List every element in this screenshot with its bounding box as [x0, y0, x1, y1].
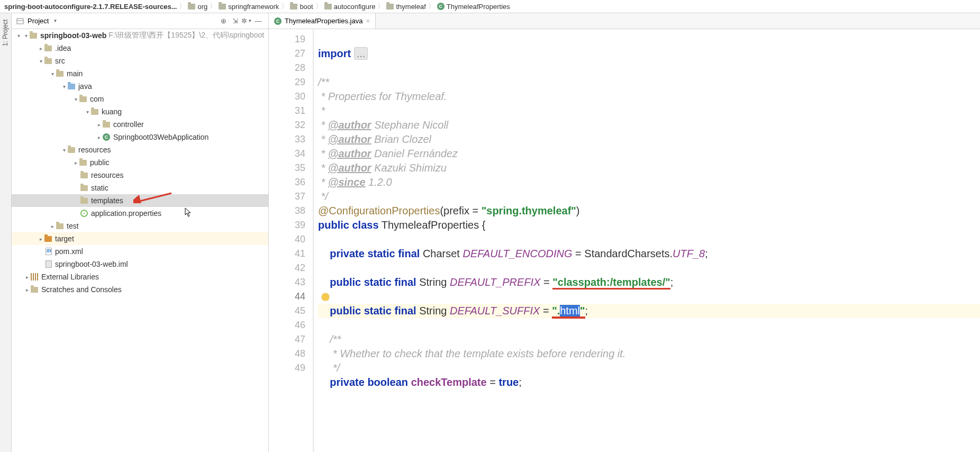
folder-icon: [44, 236, 52, 242]
chevron-right-icon[interactable]: ▸: [23, 274, 31, 280]
tree-item-pom[interactable]: pom.xml: [12, 245, 268, 258]
class-icon: C: [437, 3, 444, 10]
maven-file-icon: [46, 248, 52, 255]
intention-bulb-icon[interactable]: [322, 293, 329, 301]
breadcrumb-item[interactable]: springframework: [219, 3, 279, 11]
tree-item-idea[interactable]: ▸.idea: [12, 42, 268, 55]
editor-tab[interactable]: C ThymeleafProperties.java ×: [269, 13, 376, 29]
chevron-down-icon[interactable]: ▾: [37, 58, 44, 64]
close-icon[interactable]: ×: [366, 17, 370, 25]
properties-icon: [80, 210, 88, 217]
tree-item-ext-lib[interactable]: ▸External Libraries: [12, 270, 268, 283]
project-icon: [16, 17, 24, 25]
tree-item-scratches[interactable]: ▸Scratches and Consoles: [12, 283, 268, 296]
tree-item-iml[interactable]: springboot-03-web.iml: [12, 258, 268, 270]
breadcrumb: spring-boot-autoconfigure-2.1.7.RELEASE-…: [0, 0, 514, 13]
folder-icon: [44, 46, 52, 51]
folder-icon: [219, 4, 226, 10]
chevron-down-icon[interactable]: ▾: [84, 109, 91, 115]
tree-item-kuang[interactable]: ▾kuang: [12, 105, 268, 118]
tab-label: ThymeleafProperties.java: [285, 17, 362, 25]
breadcrumb-item[interactable]: org: [188, 3, 207, 11]
folder-icon: [31, 287, 38, 293]
class-icon: C: [103, 133, 110, 141]
folder-icon: [68, 147, 75, 153]
tree-item-target[interactable]: ▸target: [12, 232, 268, 245]
fold-placeholder[interactable]: ...: [354, 47, 368, 60]
tree-item-public[interactable]: ▸public: [12, 156, 268, 169]
chevron-right-icon[interactable]: ▸: [37, 236, 44, 242]
chevron-right-icon[interactable]: ▸: [37, 46, 44, 51]
tree-root[interactable]: ▾▾springboot-03-web F:\班级管理\西开【19525】\2、…: [12, 29, 268, 42]
folder-icon: [324, 4, 332, 10]
tree-item-application-properties[interactable]: application.properties: [12, 207, 268, 220]
project-tree: ▾▾springboot-03-web F:\班级管理\西开【19525】\2、…: [12, 29, 268, 452]
side-rail: 1: Project: [0, 13, 12, 452]
tree-item-test[interactable]: ▸test: [12, 220, 268, 232]
svg-line-2: [138, 193, 171, 202]
tree-item-src[interactable]: ▾src: [12, 55, 268, 67]
folder-icon: [44, 58, 52, 64]
gear-icon[interactable]: ✲▼: [241, 15, 252, 27]
chevron-down-icon: ▼: [53, 19, 57, 23]
side-rail-label[interactable]: 1: Project: [2, 20, 10, 47]
editor-area: C ThymeleafProperties.java × 19 27 28 29…: [269, 13, 980, 452]
breadcrumb-item[interactable]: CThymeleafProperties: [437, 3, 510, 11]
folder-icon: [386, 4, 394, 10]
editor-tabs: C ThymeleafProperties.java ×: [269, 13, 980, 29]
hide-icon[interactable]: —: [252, 15, 264, 27]
chevron-right-icon[interactable]: ▸: [95, 134, 103, 140]
collapse-icon[interactable]: ⇲: [229, 15, 241, 27]
breadcrumb-bar: spring-boot-autoconfigure-2.1.7.RELEASE-…: [0, 0, 980, 13]
chevron-right-icon[interactable]: ▸: [72, 160, 79, 166]
tree-item-java[interactable]: ▾java: [12, 80, 268, 93]
tree-item-main[interactable]: ▾main: [12, 67, 268, 80]
chevron-right-icon[interactable]: ▸: [49, 223, 56, 229]
folder-icon: [80, 173, 88, 178]
breadcrumb-item[interactable]: spring-boot-autoconfigure-2.1.7.RELEASE-…: [4, 3, 177, 11]
folder-icon: [80, 198, 88, 204]
breadcrumb-item[interactable]: thymeleaf: [386, 3, 425, 11]
gutter: 19 27 28 29 30 31 32 33 34 35 36 37 38 3…: [269, 29, 314, 452]
folder-icon: [30, 33, 37, 39]
project-panel: Project▼ ⊕ ⇲ ✲▼ — ▾▾springboot-03-web F:…: [12, 13, 269, 452]
project-title[interactable]: Project▼: [16, 17, 57, 25]
tree-item-resources-inner[interactable]: resources: [12, 169, 268, 182]
cursor-icon: [185, 207, 192, 217]
chevron-down-icon[interactable]: ▾: [15, 33, 22, 39]
chevron-down-icon[interactable]: ▾: [49, 71, 56, 77]
folder-icon: [188, 4, 195, 10]
folder-icon: [91, 109, 98, 115]
chevron-right-icon[interactable]: ▸: [95, 122, 103, 128]
tree-item-resources[interactable]: ▾resources: [12, 143, 268, 156]
chevron-down-icon[interactable]: ▾: [60, 84, 68, 89]
project-header: Project▼ ⊕ ⇲ ✲▼ —: [12, 13, 268, 29]
library-icon: [31, 273, 38, 281]
iml-file-icon: [46, 260, 52, 268]
tree-item-templates[interactable]: templates: [12, 194, 268, 207]
chevron-down-icon[interactable]: ▾: [60, 147, 68, 153]
locate-icon[interactable]: ⊕: [217, 15, 229, 27]
tree-item-controller[interactable]: ▸controller: [12, 118, 268, 131]
code-editor[interactable]: 19 27 28 29 30 31 32 33 34 35 36 37 38 3…: [269, 29, 980, 452]
chevron-right-icon[interactable]: ▸: [23, 287, 31, 293]
folder-icon: [103, 122, 110, 128]
folder-icon: [290, 4, 297, 10]
class-icon: C: [274, 17, 282, 25]
breadcrumb-item[interactable]: boot: [290, 3, 313, 11]
folder-icon: [79, 96, 87, 102]
folder-icon: [56, 71, 63, 77]
tree-item-app-class[interactable]: ▸CSpringboot03WebApplication: [12, 131, 268, 143]
code-content[interactable]: import ... /** * Properties for Thymelea…: [314, 29, 980, 452]
folder-icon: [68, 84, 75, 89]
tree-item-static[interactable]: static: [12, 182, 268, 194]
folder-icon: [56, 223, 63, 229]
folder-icon: [79, 160, 87, 166]
chevron-down-icon[interactable]: ▾: [72, 96, 79, 102]
svg-rect-0: [17, 19, 23, 24]
breadcrumb-item[interactable]: autoconfigure: [324, 3, 376, 11]
folder-icon: [80, 185, 88, 191]
tree-item-com[interactable]: ▾com: [12, 93, 268, 105]
